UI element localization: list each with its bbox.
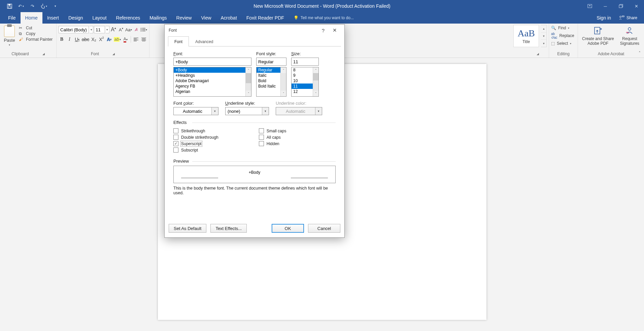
tab-mailings[interactable]: Mailings	[145, 12, 171, 24]
tab-foxit[interactable]: Foxit Reader PDF	[242, 12, 289, 24]
chevron-down-icon[interactable]: ▾	[262, 107, 269, 115]
cancel-button[interactable]: Cancel	[308, 224, 340, 233]
save-icon[interactable]	[5, 1, 14, 11]
ok-button[interactable]: OK	[272, 224, 304, 233]
checkbox-hidden[interactable]: Hidden	[259, 141, 286, 146]
tab-layout[interactable]: Layout	[88, 12, 111, 24]
close-icon[interactable]: ✕	[629, 0, 644, 12]
tell-me-search[interactable]: 💡 Tell me what you want to do...	[294, 12, 354, 24]
subscript-icon[interactable]: X2	[91, 36, 97, 43]
checkbox-strikethrough[interactable]: Strikethrough	[173, 128, 218, 133]
list-item[interactable]: Agency FB	[174, 84, 251, 89]
size-list-scrollbar[interactable]: ˄ ˅	[313, 67, 318, 96]
collapse-ribbon-icon[interactable]: ˄	[639, 51, 641, 56]
tab-view[interactable]: View	[196, 12, 216, 24]
share-button[interactable]: Share	[616, 15, 641, 21]
create-share-pdf-button[interactable]: Create and ShareAdobe PDF	[580, 25, 616, 46]
checkbox-double-strikethrough[interactable]: Double strikethrough	[173, 135, 218, 140]
clipboard-launcher-icon[interactable]: ◢	[42, 52, 45, 56]
scroll-down-icon[interactable]: ˅	[246, 91, 251, 96]
sign-in-button[interactable]: Sign in	[593, 15, 614, 21]
highlight-icon[interactable]: ab▾	[114, 36, 121, 43]
tab-home[interactable]: Home	[21, 12, 42, 24]
undo-icon[interactable]: ↶ ▾	[16, 1, 26, 11]
scroll-up-icon[interactable]: ˄	[246, 67, 251, 73]
align-center-icon[interactable]	[141, 36, 147, 43]
copy-button[interactable]: ⧉Copy	[19, 31, 53, 36]
dialog-tab-advanced[interactable]: Advanced	[189, 36, 219, 46]
dialog-help-icon[interactable]: ?	[317, 28, 329, 33]
style-tile-title[interactable]: AaB Title	[513, 25, 539, 47]
ribbon-display-options-icon[interactable]	[582, 0, 598, 12]
scroll-up-icon[interactable]: ˄	[281, 67, 286, 73]
italic-icon[interactable]: I	[66, 36, 73, 43]
checkbox-small-caps[interactable]: Small caps	[259, 128, 286, 133]
checkbox-subscript[interactable]: Subscript	[173, 147, 218, 153]
font-style-listbox[interactable]: Regular Italic Bold Bold Italic ˄ ˅	[256, 67, 286, 97]
gallery-expand-icon[interactable]: ▾	[541, 40, 546, 47]
restore-icon[interactable]	[613, 0, 629, 12]
bold-icon[interactable]: B	[59, 36, 65, 43]
font-name-dropdown-icon[interactable]: ▾	[90, 26, 93, 33]
minimize-icon[interactable]: ─	[598, 0, 613, 12]
tab-insert[interactable]: Insert	[42, 12, 64, 24]
checkbox-superscript[interactable]: Superscript	[173, 141, 218, 146]
scroll-down-icon[interactable]: ˅	[281, 91, 286, 96]
paste-dropdown-icon[interactable]: ▾	[9, 43, 10, 46]
style-list-scrollbar[interactable]: ˄ ˅	[280, 67, 286, 96]
request-signatures-button[interactable]: RequestSignatures	[618, 25, 641, 46]
redo-icon[interactable]: ↷	[28, 1, 37, 11]
tab-design[interactable]: Design	[64, 12, 88, 24]
dialog-close-icon[interactable]: ✕	[329, 27, 340, 33]
list-item[interactable]: Adobe Devanagari	[174, 78, 251, 84]
superscript-icon[interactable]: X2	[98, 36, 105, 43]
underline-style-combo[interactable]: (none)▾	[225, 107, 269, 115]
clear-format-icon[interactable]: A̷	[133, 26, 139, 33]
strikethrough-icon[interactable]: abc	[82, 36, 89, 43]
list-item[interactable]: +Headings	[174, 73, 251, 78]
dialog-tab-font[interactable]: Font	[168, 36, 189, 46]
font-size-dropdown-icon[interactable]: ▾	[106, 26, 109, 33]
scroll-down-icon[interactable]: ˅	[313, 91, 318, 96]
checkbox-all-caps[interactable]: All caps	[259, 135, 286, 140]
set-as-default-button[interactable]: Set As Default	[169, 224, 206, 233]
list-item[interactable]: Algerian	[174, 89, 251, 94]
text-effects-button[interactable]: Text Effects...	[210, 224, 247, 233]
underline-icon[interactable]: U ▾	[74, 36, 80, 43]
font-launcher-icon[interactable]: ◢	[112, 52, 115, 56]
size-input[interactable]	[291, 58, 319, 66]
align-left-icon[interactable]	[133, 36, 139, 43]
paste-button[interactable]: Paste ▾	[2, 25, 17, 46]
tab-review[interactable]: Review	[172, 12, 197, 24]
font-color-combo[interactable]: Automatic▾	[173, 107, 218, 115]
cut-button[interactable]: ✂Cut	[19, 26, 53, 30]
font-style-input[interactable]	[256, 58, 286, 66]
gallery-down-icon[interactable]: ▾	[541, 33, 546, 40]
font-list-scrollbar[interactable]: ˄ ˅	[245, 67, 251, 96]
font-input[interactable]	[173, 58, 251, 66]
styles-launcher-icon[interactable]: ◢	[537, 52, 539, 56]
tab-acrobat[interactable]: Acrobat	[216, 12, 242, 24]
font-name-combo[interactable]: Calibri (Body)	[59, 26, 89, 33]
change-case-icon[interactable]: Aa▾	[125, 26, 132, 33]
font-color-icon[interactable]: A ▾	[122, 36, 129, 43]
gallery-up-icon[interactable]: ▴	[541, 25, 546, 33]
size-listbox[interactable]: 8 9 10 11 12 ˄ ˅	[291, 67, 319, 97]
qat-customize-icon[interactable]: ▾	[50, 1, 60, 11]
font-size-combo[interactable]: 11	[94, 26, 105, 33]
replace-button[interactable]: ab↺acReplace	[551, 32, 576, 39]
tab-references[interactable]: References	[111, 12, 145, 24]
scroll-up-icon[interactable]: ˄	[313, 67, 318, 73]
dialog-titlebar[interactable]: Font ? ✕	[165, 25, 344, 36]
select-button[interactable]: ⬚Select ▾	[551, 41, 576, 46]
touch-mode-icon[interactable]: ▾	[39, 1, 48, 11]
styles-gallery-more[interactable]: ▴ ▾ ▾	[541, 25, 547, 47]
chevron-down-icon[interactable]: ▾	[211, 107, 218, 115]
grow-font-icon[interactable]: A▴	[110, 26, 117, 33]
text-effects-icon[interactable]: A ▾	[106, 36, 112, 43]
format-painter-button[interactable]: 🖌Format Painter	[19, 37, 53, 42]
bullets-icon[interactable]: ▾	[140, 26, 147, 33]
find-button[interactable]: 🔍Find ▾	[551, 26, 576, 30]
shrink-font-icon[interactable]: A▾	[117, 26, 124, 33]
tab-file[interactable]: File	[3, 12, 21, 24]
